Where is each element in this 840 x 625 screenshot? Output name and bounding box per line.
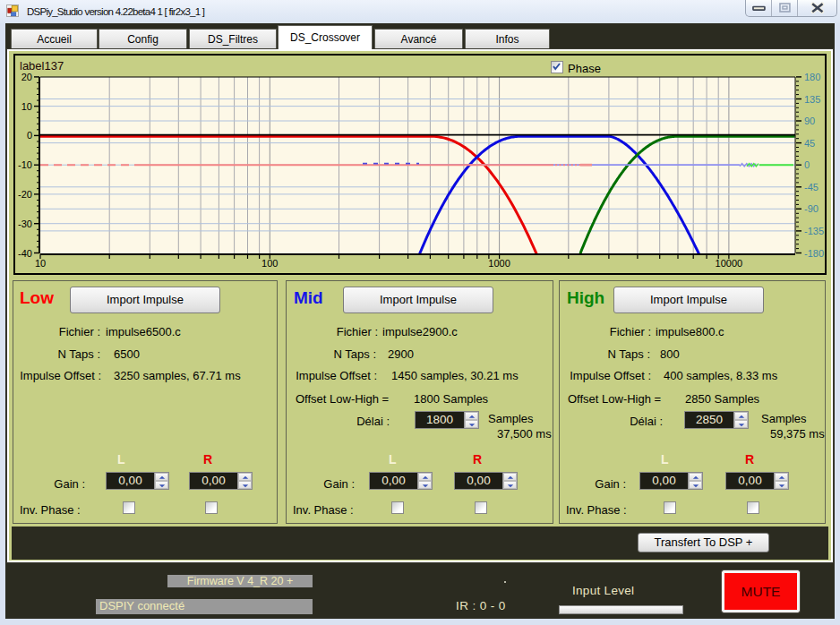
- svg-text:10: 10: [35, 258, 46, 269]
- svg-text:-135: -135: [804, 226, 824, 236]
- svg-text:180: 180: [804, 72, 820, 82]
- svg-text:0: 0: [27, 130, 32, 141]
- svg-text:1000: 1000: [488, 258, 510, 269]
- svg-text:100: 100: [261, 258, 278, 269]
- svg-text:10: 10: [21, 101, 32, 112]
- svg-text:20: 20: [21, 72, 32, 82]
- svg-text:135: 135: [804, 94, 820, 105]
- svg-text:-30: -30: [18, 218, 32, 229]
- svg-text:90: 90: [804, 116, 815, 126]
- svg-text:45: 45: [804, 138, 815, 149]
- svg-text:-180: -180: [804, 248, 824, 259]
- svg-text:-40: -40: [18, 248, 32, 259]
- svg-text:-90: -90: [804, 203, 819, 214]
- svg-text:10000: 10000: [716, 258, 743, 269]
- svg-text:0: 0: [804, 159, 810, 170]
- svg-text:-20: -20: [18, 189, 32, 200]
- svg-text:-45: -45: [804, 182, 819, 193]
- svg-text:-10: -10: [18, 159, 32, 170]
